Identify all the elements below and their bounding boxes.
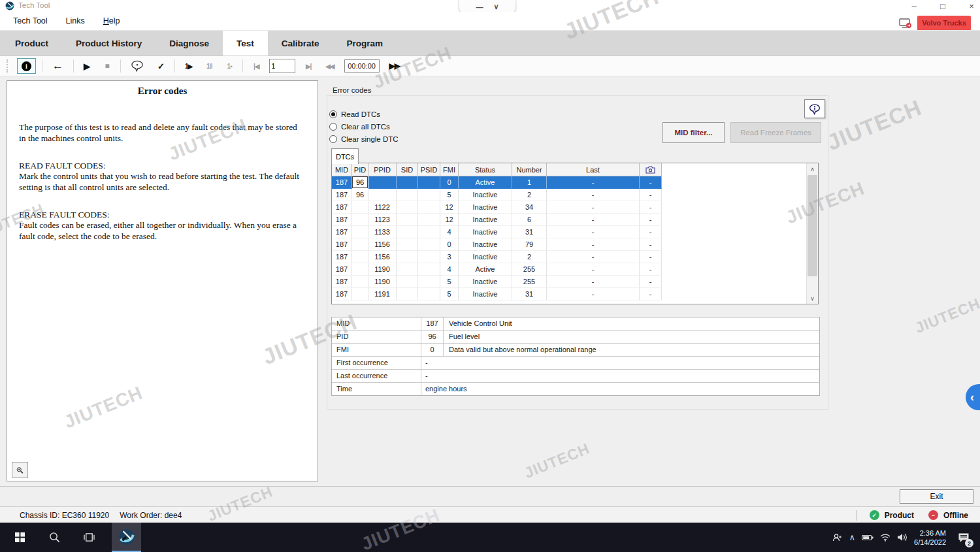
detail-label: PID (332, 331, 421, 343)
battery-icon[interactable] (862, 534, 874, 541)
cell-last: - (547, 288, 640, 300)
header-mid[interactable]: MID (332, 163, 352, 176)
main-tab[interactable]: Calibrate (268, 31, 333, 56)
skip-to-end-button[interactable]: ▶| (301, 58, 316, 74)
test-info-button[interactable] (804, 99, 825, 118)
step-pause-button[interactable]: 1‖ (202, 58, 216, 74)
pill-minimize-icon[interactable]: — (476, 3, 483, 11)
radio-option[interactable]: Read DTCs (329, 108, 399, 120)
window-title: Tech Tool (18, 1, 50, 9)
menu-item[interactable]: Links (66, 16, 85, 25)
help-balloon-button[interactable] (127, 58, 148, 74)
main-tab[interactable]: Product History (62, 31, 155, 56)
speaker-icon[interactable] (897, 533, 907, 542)
header-number[interactable]: Number (512, 163, 547, 176)
dtc-table-row[interactable]: 187 96 0 Active 1 - - (332, 176, 662, 189)
cell-status: Inactive (459, 238, 512, 251)
confirm-button[interactable]: ✓ (154, 58, 169, 74)
header-psid[interactable]: PSID (418, 163, 440, 176)
main-tab[interactable]: Product (1, 31, 62, 56)
cell-psid (418, 201, 440, 214)
main-tab[interactable]: Diagnose (155, 31, 223, 56)
chevron-up-icon[interactable]: ∧ (849, 532, 856, 542)
timer-field[interactable]: 00:00:00 (344, 59, 380, 73)
dtc-table-row[interactable]: 187 1190 5 Inactive 255 - - (332, 276, 662, 288)
dtc-scrollbar[interactable]: ∧ ∨ (806, 163, 818, 304)
close-button[interactable]: × (967, 1, 976, 11)
cell-number: 1 (512, 176, 547, 189)
info-button[interactable]: i (17, 58, 36, 74)
cell-freeze-frame: - (640, 238, 662, 251)
cell-freeze-frame: - (640, 251, 662, 263)
dtc-table-row[interactable]: 187 1191 5 Inactive 31 - - (332, 288, 662, 300)
cell-sid (397, 201, 418, 214)
taskbar-search-button[interactable] (40, 523, 69, 552)
exit-button[interactable]: Exit (900, 489, 973, 504)
task-view-button[interactable] (74, 523, 104, 552)
stop-test-button[interactable]: ■ (100, 58, 114, 74)
volvo-trucks-button[interactable]: Volvo Trucks (917, 16, 971, 31)
cell-pid (352, 263, 368, 276)
notification-badge: 2 (965, 539, 973, 547)
dtc-mode-radio-group: Read DTCs Clear all DTCs Clear single DT… (329, 108, 399, 145)
mid-filter-button[interactable]: MID filter... (662, 122, 725, 143)
step-stop-button[interactable]: 1▪ (222, 58, 237, 74)
scroll-down-icon[interactable]: ∨ (807, 293, 818, 304)
scroll-up-icon[interactable]: ∧ (807, 163, 818, 174)
start-button[interactable] (5, 523, 35, 552)
pill-chevron-down-icon[interactable]: ∨ (493, 3, 498, 11)
cell-fmi: 12 (440, 201, 459, 214)
menu-item[interactable]: Tech Tool (13, 16, 48, 25)
zoom-button[interactable] (12, 462, 28, 478)
rewind-button[interactable]: ◀◀ (321, 58, 338, 74)
radio-option[interactable]: Clear all DTCs (329, 120, 399, 133)
header-status[interactable]: Status (459, 163, 512, 176)
dtcs-tab[interactable]: DTCs (331, 148, 359, 164)
cell-mid: 187 (332, 251, 352, 263)
remote-communication-icon[interactable] (899, 18, 912, 29)
cell-ppid (368, 189, 397, 201)
taskbar-tech-tool-app[interactable] (112, 523, 141, 552)
action-center-button[interactable]: 2 (953, 523, 975, 552)
taskbar-clock[interactable]: 2:36 AM 6/14/2022 (914, 528, 946, 547)
dtc-table-row[interactable]: 187 96 5 Inactive 2 - - (332, 189, 662, 201)
detail-row: PID 96 Fuel level (332, 331, 819, 344)
header-ppid[interactable]: PPID (368, 163, 397, 176)
cell-mid: 187 (332, 263, 352, 276)
magnifier-plus-icon (16, 464, 24, 476)
dtc-table-row[interactable]: 187 1123 12 Inactive 6 - - (332, 214, 662, 226)
window-controls: – □ × (909, 0, 976, 12)
dtc-table-row[interactable]: 187 1133 4 Inactive 31 - - (332, 226, 662, 238)
run-test-button[interactable]: ▶ (80, 58, 94, 74)
cell-last: - (547, 189, 640, 201)
cell-status: Active (459, 263, 512, 276)
minimize-button[interactable]: – (909, 1, 919, 11)
scrollbar-thumb[interactable] (808, 175, 817, 276)
step-counter-input[interactable] (269, 59, 295, 73)
cell-psid (418, 251, 440, 263)
detail-value: 0 (421, 344, 444, 356)
main-tab[interactable]: Test (223, 31, 268, 56)
header-fmi[interactable]: FMI (440, 163, 459, 176)
fast-forward-button[interactable]: ▶▶ (385, 58, 404, 74)
header-sid[interactable]: SID (397, 163, 418, 176)
header-pid[interactable]: PID (352, 163, 368, 176)
windows-taskbar: ∧ 2:36 AM 6/14/2022 (0, 523, 980, 552)
skip-to-start-button[interactable]: |◀ (249, 58, 263, 74)
people-icon[interactable] (832, 533, 843, 542)
dtc-table-row[interactable]: 187 1122 12 Inactive 34 - - (332, 201, 662, 214)
step-play-button[interactable]: 1▶ (181, 58, 196, 74)
menu-item[interactable]: Help (103, 16, 120, 25)
cell-number: 255 (512, 276, 547, 288)
radio-option[interactable]: Clear single DTC (329, 133, 399, 145)
wifi-icon[interactable] (880, 534, 890, 542)
read-freeze-frames-button[interactable]: Read Freeze Frames (730, 122, 821, 143)
maximize-button[interactable]: □ (938, 1, 947, 11)
back-button[interactable]: ← (48, 58, 67, 74)
header-last[interactable]: Last (547, 163, 640, 176)
dtc-table-row[interactable]: 187 1156 3 Inactive 2 - - (332, 251, 662, 263)
header-freeze-frame[interactable] (640, 163, 662, 176)
main-tab[interactable]: Program (333, 31, 397, 56)
dtc-table-row[interactable]: 187 1190 4 Active 255 - - (332, 263, 662, 276)
dtc-table-row[interactable]: 187 1156 0 Inactive 79 - - (332, 238, 662, 251)
